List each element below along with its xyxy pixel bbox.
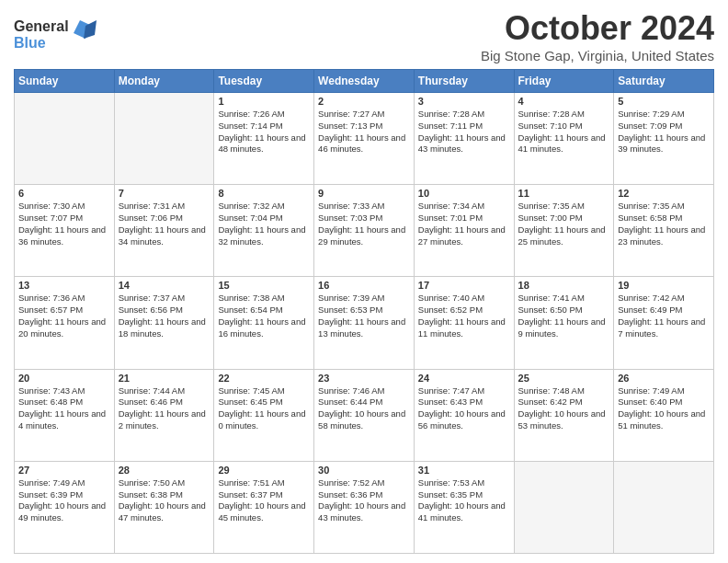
week-row-1: 1Sunrise: 7:26 AM Sunset: 7:14 PM Daylig… [15,93,714,185]
day-info: Sunrise: 7:48 AM Sunset: 6:42 PM Dayligh… [518,385,610,432]
day-info: Sunrise: 7:37 AM Sunset: 6:56 PM Dayligh… [119,293,210,339]
month-title: October 2024 [481,9,714,48]
col-tuesday: Tuesday [214,70,314,93]
calendar-header-row: Sunday Monday Tuesday Wednesday Thursday… [15,70,714,93]
calendar-cell [614,461,714,553]
day-info: Sunrise: 7:34 AM Sunset: 7:01 PM Dayligh… [418,201,510,247]
day-number: 4 [518,96,610,107]
day-info: Sunrise: 7:49 AM Sunset: 6:40 PM Dayligh… [618,385,710,432]
day-info: Sunrise: 7:31 AM Sunset: 7:06 PM Dayligh… [119,201,210,247]
day-info: Sunrise: 7:27 AM Sunset: 7:13 PM Dayligh… [318,109,410,155]
day-number: 20 [18,373,110,384]
col-wednesday: Wednesday [314,70,415,93]
day-number: 22 [218,373,310,384]
day-number: 1 [218,96,310,107]
calendar-cell: 11Sunrise: 7:35 AM Sunset: 7:00 PM Dayli… [514,185,614,277]
calendar-cell: 9Sunrise: 7:33 AM Sunset: 7:03 PM Daylig… [314,185,415,277]
calendar-cell: 17Sunrise: 7:40 AM Sunset: 6:52 PM Dayli… [414,277,514,369]
day-number: 28 [119,465,210,476]
day-info: Sunrise: 7:52 AM Sunset: 6:36 PM Dayligh… [318,477,410,524]
day-number: 8 [218,188,310,199]
calendar-cell: 31Sunrise: 7:53 AM Sunset: 6:35 PM Dayli… [414,461,514,553]
header: General Blue October 2024 Big Stone Gap,… [14,9,714,63]
calendar-cell: 3Sunrise: 7:28 AM Sunset: 7:11 PM Daylig… [414,93,514,185]
calendar-cell: 5Sunrise: 7:29 AM Sunset: 7:09 PM Daylig… [614,93,714,185]
day-number: 26 [618,373,710,384]
day-number: 17 [418,280,510,291]
day-number: 13 [18,280,110,291]
logo: General Blue [14,13,101,58]
calendar-cell: 18Sunrise: 7:41 AM Sunset: 6:50 PM Dayli… [514,277,614,369]
day-number: 23 [318,373,410,384]
day-info: Sunrise: 7:47 AM Sunset: 6:43 PM Dayligh… [418,385,510,432]
logo-text: General Blue [14,13,101,58]
calendar-cell: 21Sunrise: 7:44 AM Sunset: 6:46 PM Dayli… [114,369,214,461]
calendar-cell: 24Sunrise: 7:47 AM Sunset: 6:43 PM Dayli… [414,369,514,461]
day-info: Sunrise: 7:53 AM Sunset: 6:35 PM Dayligh… [418,477,510,524]
day-info: Sunrise: 7:43 AM Sunset: 6:48 PM Dayligh… [18,385,110,432]
day-number: 6 [18,188,110,199]
calendar-cell: 1Sunrise: 7:26 AM Sunset: 7:14 PM Daylig… [214,93,314,185]
calendar-cell: 25Sunrise: 7:48 AM Sunset: 6:42 PM Dayli… [514,369,614,461]
col-friday: Friday [514,70,614,93]
svg-text:Blue: Blue [14,35,46,51]
calendar-cell: 14Sunrise: 7:37 AM Sunset: 6:56 PM Dayli… [114,277,214,369]
calendar-cell: 8Sunrise: 7:32 AM Sunset: 7:04 PM Daylig… [214,185,314,277]
day-info: Sunrise: 7:32 AM Sunset: 7:04 PM Dayligh… [218,201,310,247]
col-thursday: Thursday [414,70,514,93]
day-number: 9 [318,188,410,199]
day-info: Sunrise: 7:28 AM Sunset: 7:10 PM Dayligh… [518,109,610,155]
calendar-cell: 13Sunrise: 7:36 AM Sunset: 6:57 PM Dayli… [15,277,115,369]
day-number: 19 [618,280,710,291]
calendar-cell: 10Sunrise: 7:34 AM Sunset: 7:01 PM Dayli… [414,185,514,277]
day-number: 7 [119,188,210,199]
calendar-cell: 2Sunrise: 7:27 AM Sunset: 7:13 PM Daylig… [314,93,415,185]
calendar-cell: 6Sunrise: 7:30 AM Sunset: 7:07 PM Daylig… [15,185,115,277]
day-info: Sunrise: 7:30 AM Sunset: 7:07 PM Dayligh… [18,201,110,247]
calendar-cell: 4Sunrise: 7:28 AM Sunset: 7:10 PM Daylig… [514,93,614,185]
calendar-cell: 19Sunrise: 7:42 AM Sunset: 6:49 PM Dayli… [614,277,714,369]
day-info: Sunrise: 7:45 AM Sunset: 6:45 PM Dayligh… [218,385,310,432]
calendar-cell [114,93,214,185]
day-number: 3 [418,96,510,107]
location: Big Stone Gap, Virginia, United States [481,48,714,63]
day-number: 15 [218,280,310,291]
day-info: Sunrise: 7:39 AM Sunset: 6:53 PM Dayligh… [318,293,410,339]
day-info: Sunrise: 7:35 AM Sunset: 6:58 PM Dayligh… [618,201,710,247]
calendar-cell: 15Sunrise: 7:38 AM Sunset: 6:54 PM Dayli… [214,277,314,369]
day-number: 24 [418,373,510,384]
day-info: Sunrise: 7:36 AM Sunset: 6:57 PM Dayligh… [18,293,110,339]
day-info: Sunrise: 7:49 AM Sunset: 6:39 PM Dayligh… [18,477,110,524]
calendar-cell: 16Sunrise: 7:39 AM Sunset: 6:53 PM Dayli… [314,277,415,369]
day-info: Sunrise: 7:50 AM Sunset: 6:38 PM Dayligh… [119,477,210,524]
calendar-cell: 29Sunrise: 7:51 AM Sunset: 6:37 PM Dayli… [214,461,314,553]
calendar-table: Sunday Monday Tuesday Wednesday Thursday… [14,69,714,554]
day-number: 2 [318,96,410,107]
col-sunday: Sunday [15,70,115,93]
day-number: 16 [318,280,410,291]
day-number: 18 [518,280,610,291]
day-info: Sunrise: 7:40 AM Sunset: 6:52 PM Dayligh… [418,293,510,339]
day-info: Sunrise: 7:44 AM Sunset: 6:46 PM Dayligh… [119,385,210,432]
day-info: Sunrise: 7:35 AM Sunset: 7:00 PM Dayligh… [518,201,610,247]
day-number: 31 [418,465,510,476]
day-info: Sunrise: 7:29 AM Sunset: 7:09 PM Dayligh… [618,109,710,155]
day-number: 30 [318,465,410,476]
day-number: 21 [119,373,210,384]
calendar-cell: 7Sunrise: 7:31 AM Sunset: 7:06 PM Daylig… [114,185,214,277]
day-info: Sunrise: 7:33 AM Sunset: 7:03 PM Dayligh… [318,201,410,247]
calendar-cell [514,461,614,553]
day-number: 27 [18,465,110,476]
calendar-cell: 27Sunrise: 7:49 AM Sunset: 6:39 PM Dayli… [15,461,115,553]
calendar-cell: 30Sunrise: 7:52 AM Sunset: 6:36 PM Dayli… [314,461,415,553]
week-row-2: 6Sunrise: 7:30 AM Sunset: 7:07 PM Daylig… [15,185,714,277]
day-number: 29 [218,465,310,476]
day-number: 14 [119,280,210,291]
calendar-cell [15,93,115,185]
day-info: Sunrise: 7:42 AM Sunset: 6:49 PM Dayligh… [618,293,710,339]
week-row-3: 13Sunrise: 7:36 AM Sunset: 6:57 PM Dayli… [15,277,714,369]
calendar-cell: 22Sunrise: 7:45 AM Sunset: 6:45 PM Dayli… [214,369,314,461]
col-saturday: Saturday [614,70,714,93]
day-info: Sunrise: 7:26 AM Sunset: 7:14 PM Dayligh… [218,109,310,155]
day-info: Sunrise: 7:28 AM Sunset: 7:11 PM Dayligh… [418,109,510,155]
